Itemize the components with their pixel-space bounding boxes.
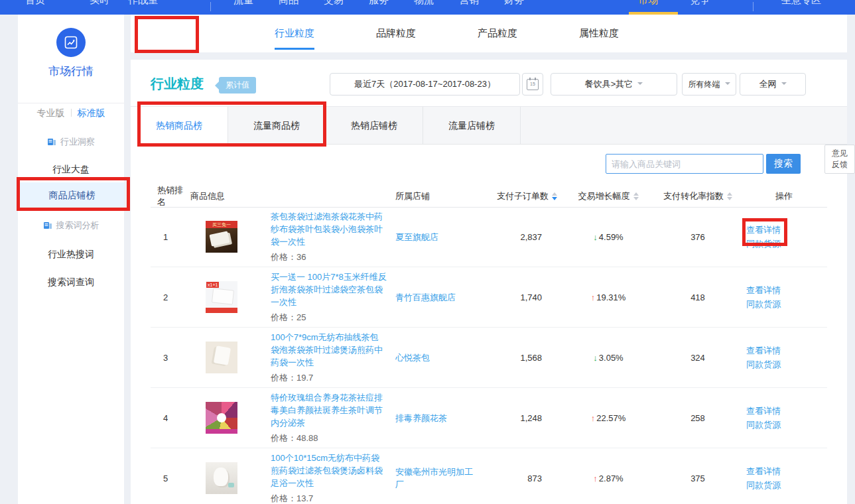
nav-item-market[interactable]: 市场 (638, 0, 658, 7)
same-supply-link[interactable]: 同款货源 (746, 237, 827, 251)
sidebar-item-product-shop-rank[interactable]: 商品店铺榜 (18, 182, 124, 208)
terminal-dropdown[interactable]: 所有终端 (682, 73, 736, 95)
teabag-shape (212, 288, 234, 304)
shop-link[interactable]: 青竹百惠旗舰店 (395, 292, 456, 302)
conversion-index-value: 324 (655, 353, 741, 363)
nav-item-traffic[interactable]: 流量 (233, 0, 253, 7)
table-row: 2 x1+1 买一送一 100片7*8玉米纤维反折泡茶袋茶叶过滤袋空茶包袋一次性… (131, 267, 847, 328)
keyword-search-input[interactable] (606, 154, 763, 174)
edition-standard[interactable]: 标准版 (78, 107, 105, 118)
nav-item-home[interactable]: 首页 (25, 0, 45, 7)
product-price: 价格：19.7 (271, 372, 387, 384)
table-row: 1 买三免一 茶包茶袋过滤泡茶袋花茶中药纱布袋茶叶包装袋小泡袋茶叶袋一次性 价格… (131, 207, 847, 267)
sidebar-section-label: 行业洞察 (60, 136, 95, 148)
nav-item-biz-zone[interactable]: 生意专区 (781, 0, 821, 7)
subtab-hot-shops[interactable]: 热销店铺榜 (326, 107, 423, 145)
growth-arrow-icon: ↑ (591, 413, 596, 423)
same-supply-link[interactable]: 同款货源 (746, 478, 827, 492)
feedback-widget[interactable]: 意见 反馈 (824, 145, 855, 174)
growth-arrow-icon: ↑ (591, 292, 596, 302)
nav-item-marketing[interactable]: 营销 (459, 0, 479, 7)
product-title-link[interactable]: 100个10*15cm无纺布中药袋煎药袋过滤茶包袋煲汤卤料袋足浴一次性 (271, 452, 387, 489)
product-price: 价格：36 (271, 251, 387, 263)
same-supply-link[interactable]: 同款货源 (746, 418, 827, 432)
subtab-traffic-shops[interactable]: 流量店铺榜 (423, 107, 521, 145)
subtab-hot-products[interactable]: 热销商品榜 (131, 107, 228, 145)
nav-item-products[interactable]: 商品 (279, 0, 298, 7)
growth-value: 22.57% (596, 413, 625, 423)
shop-link[interactable]: 夏至旗舰店 (395, 232, 438, 242)
nav-divider (753, 2, 754, 11)
sidebar-item-hot-search-words[interactable]: 行业热搜词 (18, 241, 124, 267)
product-image[interactable] (206, 342, 237, 373)
ledger-icon (43, 221, 52, 230)
subtab-traffic-products[interactable]: 流量商品榜 (228, 107, 326, 145)
col-rank: 热销排名 (151, 184, 190, 208)
tab-product-granularity[interactable]: 产品粒度 (478, 15, 517, 52)
image-promo-badge: x1+1 (206, 282, 219, 288)
edition-pro[interactable]: 专业版 (37, 107, 65, 118)
view-details-link[interactable]: 查看详情 (746, 344, 827, 357)
product-image[interactable] (206, 402, 237, 434)
pouch-shape (214, 468, 228, 486)
view-details-link[interactable]: 查看详情 (746, 464, 827, 478)
col-product-info: 商品信息 (190, 190, 391, 202)
sidebar-item-industry-overview[interactable]: 行业大盘 (18, 157, 124, 182)
paid-suborders-value: 1,248 (492, 413, 562, 423)
calendar-button[interactable]: 15 (522, 73, 543, 95)
nav-item-competition[interactable]: 竞争 (690, 0, 710, 7)
col-conversion-index-sort[interactable]: 支付转化率指数 (655, 190, 741, 203)
subtab-filler (521, 107, 847, 145)
table-row: 3 100个7*9cm无纺布抽线茶包袋泡茶袋茶叶过滤煲汤煎药中药袋一次性 价格：… (131, 328, 847, 388)
nav-item-warroom[interactable]: 作战室 (128, 0, 158, 7)
same-supply-link[interactable]: 同款货源 (746, 297, 827, 311)
growth-value: 4.59% (599, 232, 624, 242)
product-image[interactable] (206, 462, 237, 494)
view-details-link[interactable]: 查看详情 (746, 223, 827, 237)
rank-value: 1 (151, 232, 190, 242)
conversion-index-value: 258 (655, 413, 741, 423)
image-banner-strip (206, 308, 237, 313)
product-title-link[interactable]: 100个7*9cm无纺布抽线茶包袋泡茶袋茶叶过滤煲汤煎药中药袋一次性 (271, 331, 387, 369)
flower-tea-center (217, 413, 226, 422)
product-title-link[interactable]: 茶包茶袋过滤泡茶袋花茶中药纱布袋茶叶包装袋小泡袋茶叶袋一次性 (271, 210, 387, 248)
nav-item-trade[interactable]: 交易 (324, 0, 344, 7)
product-image[interactable]: x1+1 (206, 281, 237, 313)
sidebar-section-label: 搜索词分析 (56, 220, 99, 231)
conversion-index-value: 375 (655, 473, 741, 483)
tab-industry-granularity[interactable]: 行业粒度 (275, 15, 314, 52)
growth-arrow-icon: ↓ (593, 232, 598, 242)
shop-link[interactable]: 安徽亳州市光明加工厂 (395, 467, 473, 489)
shop-link[interactable]: 心悦茶包 (395, 353, 430, 363)
view-details-link[interactable]: 查看详情 (746, 404, 827, 418)
category-dropdown[interactable]: 餐饮具>其它 (551, 73, 677, 95)
search-button[interactable]: 搜索 (766, 154, 801, 174)
date-range-picker[interactable]: 最近7天（2017-08-17~2017-08-23） (330, 73, 520, 95)
nav-item-finance[interactable]: 财务 (504, 0, 524, 7)
table-header: 热销排名 商品信息 所属店铺 支付子订单数 交易增长幅度 支付转化率指数 操作 (131, 184, 847, 207)
col-paid-suborders-sort[interactable]: 支付子订单数 (492, 190, 562, 203)
nav-item-service[interactable]: 服务 (369, 0, 389, 7)
product-title-link[interactable]: 买一送一 100片7*8玉米纤维反折泡茶袋茶叶过滤袋空茶包袋一次性 (271, 271, 387, 308)
table-row: 4 特价玫瑰组合养身花茶祛痘排毒美白养颜祛斑养生茶叶调节内分泌茶 价格：48.8… (131, 388, 847, 448)
page-title: 行业粒度 (151, 75, 204, 93)
teapot-shape (228, 483, 234, 487)
sidebar-section-industry-insight: 行业洞察 (18, 133, 124, 151)
tab-brand-granularity[interactable]: 品牌粒度 (376, 15, 416, 52)
nav-item-logistics[interactable]: 物流 (414, 0, 434, 7)
col-growth-sort[interactable]: 交易增长幅度 (562, 190, 655, 203)
product-image[interactable]: 买三免一 (206, 221, 237, 253)
nav-item-realtime[interactable]: 实时 (90, 0, 109, 7)
image-banner-strip (206, 429, 237, 434)
col-shop: 所属店铺 (391, 190, 492, 202)
top-navigation: 首页 实时 作战室 流量 商品 交易 服务 物流 营销 财务 市场 竞争 生意专… (0, 0, 855, 15)
image-promo-banner: 买三免一 (206, 221, 237, 228)
same-supply-link[interactable]: 同款货源 (746, 357, 827, 371)
tab-attribute-granularity[interactable]: 属性粒度 (579, 15, 619, 52)
sidebar-item-search-word-query[interactable]: 搜索词查询 (18, 269, 124, 294)
product-title-link[interactable]: 特价玫瑰组合养身花茶祛痘排毒美白养颜祛斑养生茶叶调节内分泌茶 (271, 391, 387, 429)
table-row: 5 100个10*15cm无纺布中药袋煎药袋过滤茶包袋煲汤卤料袋足浴一次性 价格… (131, 448, 847, 504)
view-details-link[interactable]: 查看详情 (746, 283, 827, 297)
shop-link[interactable]: 排毒养颜花茶 (395, 413, 447, 423)
network-dropdown[interactable]: 全网 (740, 73, 806, 95)
